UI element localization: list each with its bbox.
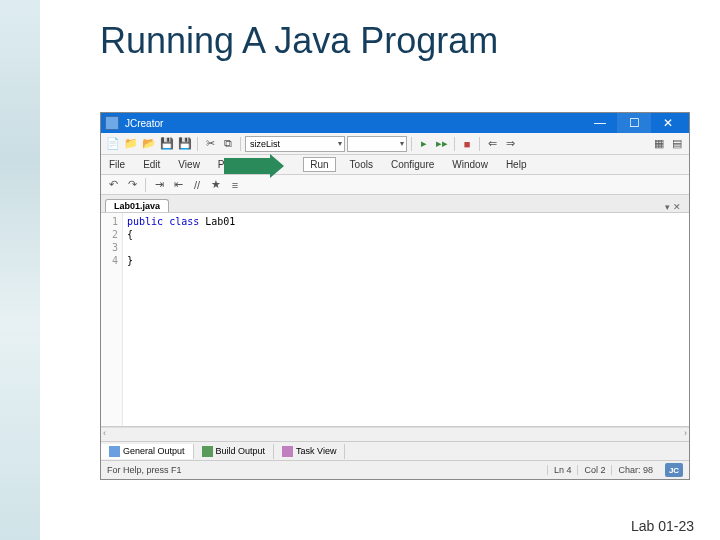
output-icon (109, 446, 120, 457)
open-icon[interactable]: 📂 (141, 136, 157, 152)
toolbar-secondary: ↶ ↷ ⇥ ⇤ // ★ ≡ (101, 175, 689, 195)
status-help: For Help, press F1 (107, 465, 182, 475)
indent-icon[interactable]: ⇥ (151, 177, 167, 193)
method-dropdown[interactable] (347, 136, 407, 152)
separator (197, 137, 198, 151)
app-icon (105, 116, 119, 130)
status-col: Col 2 (577, 465, 611, 475)
tab-label: General Output (123, 446, 185, 456)
menubar: File Edit View Project Build Run Tools C… (101, 155, 689, 175)
tab-label: Build Output (216, 446, 266, 456)
save-icon[interactable]: 💾 (159, 136, 175, 152)
line-gutter: 1 2 3 4 (101, 213, 123, 426)
jcreator-window: JCreator ― ☐ ✕ 📄 📁 📂 💾 💾 ✂ ⧉ sizeList ▸ … (100, 112, 690, 480)
separator (454, 137, 455, 151)
copy-icon[interactable]: ⧉ (220, 136, 236, 152)
slide: Running A Java Program JCreator ― ☐ ✕ 📄 … (0, 0, 720, 540)
task-icon (282, 446, 293, 457)
tab-label: Task View (296, 446, 336, 456)
slide-footer: Lab 01-23 (631, 518, 694, 534)
build-icon (202, 446, 213, 457)
minimize-button[interactable]: ― (583, 113, 617, 133)
panel-icon[interactable]: ▦ (651, 136, 667, 152)
horizontal-scrollbar[interactable] (101, 427, 689, 441)
tab-task-view[interactable]: Task View (274, 444, 345, 459)
stop-icon[interactable]: ■ (459, 136, 475, 152)
class-dropdown[interactable]: sizeList (245, 136, 345, 152)
save-all-icon[interactable]: 💾 (177, 136, 193, 152)
line-number: 3 (101, 241, 118, 254)
window-titlebar: JCreator ― ☐ ✕ (101, 113, 689, 133)
file-tab-active[interactable]: Lab01.java (105, 199, 169, 212)
redo-icon[interactable]: ↷ (124, 177, 140, 193)
new-project-icon[interactable]: 📁 (123, 136, 139, 152)
separator (240, 137, 241, 151)
tab-build-output[interactable]: Build Output (194, 444, 275, 459)
comment-icon[interactable]: // (189, 177, 205, 193)
close-button[interactable]: ✕ (651, 113, 685, 133)
tab-general-output[interactable]: General Output (101, 444, 194, 459)
code-area[interactable]: public class Lab01 { } (123, 213, 689, 426)
statusbar: For Help, press F1 Ln 4 Col 2 Char: 98 J… (101, 461, 689, 479)
maximize-button[interactable]: ☐ (617, 113, 651, 133)
menu-run[interactable]: Run (303, 157, 335, 172)
format-icon[interactable]: ≡ (227, 177, 243, 193)
callout-arrow (224, 158, 272, 174)
bookmark-icon[interactable]: ★ (208, 177, 224, 193)
dropdown-value: sizeList (250, 139, 280, 149)
back-icon[interactable]: ⇐ (484, 136, 500, 152)
slide-title: Running A Java Program (100, 20, 720, 62)
forward-icon[interactable]: ⇒ (502, 136, 518, 152)
compile-icon[interactable]: ▸ (416, 136, 432, 152)
status-char: Char: 98 (611, 465, 659, 475)
new-file-icon[interactable]: 📄 (105, 136, 121, 152)
output-panel-tabs: General Output Build Output Task View (101, 441, 689, 461)
toolbar-primary: 📄 📁 📂 💾 💾 ✂ ⧉ sizeList ▸ ▸▸ ■ ⇐ ⇒ ▦ ▤ (101, 133, 689, 155)
undo-icon[interactable]: ↶ (105, 177, 121, 193)
separator (145, 178, 146, 192)
run-icon[interactable]: ▸▸ (434, 136, 450, 152)
tab-controls[interactable]: ▾ ✕ (661, 202, 685, 212)
menu-window[interactable]: Window (448, 157, 492, 172)
panel2-icon[interactable]: ▤ (669, 136, 685, 152)
line-number: 2 (101, 228, 118, 241)
menu-edit[interactable]: Edit (139, 157, 164, 172)
editor-tab-row: Lab01.java ▾ ✕ (101, 195, 689, 213)
line-number: 4 (101, 254, 118, 267)
menu-tools[interactable]: Tools (346, 157, 377, 172)
cut-icon[interactable]: ✂ (202, 136, 218, 152)
window-title: JCreator (125, 118, 583, 129)
menu-help[interactable]: Help (502, 157, 531, 172)
jc-badge: JC (665, 463, 683, 477)
menu-view[interactable]: View (174, 157, 204, 172)
menu-configure[interactable]: Configure (387, 157, 438, 172)
separator (411, 137, 412, 151)
code-editor[interactable]: 1 2 3 4 public class Lab01 { } (101, 213, 689, 427)
separator (479, 137, 480, 151)
line-number: 1 (101, 215, 118, 228)
status-line: Ln 4 (547, 465, 578, 475)
outdent-icon[interactable]: ⇤ (170, 177, 186, 193)
menu-file[interactable]: File (105, 157, 129, 172)
